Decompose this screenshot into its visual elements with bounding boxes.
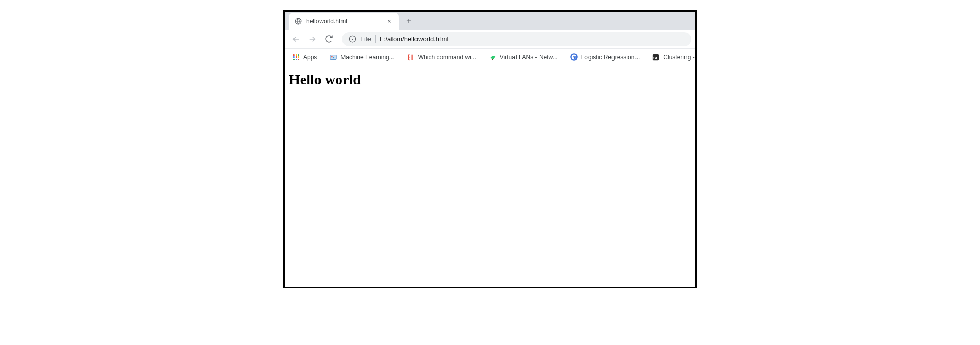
- apps-label: Apps: [303, 54, 317, 61]
- apps-icon: [292, 53, 300, 61]
- bookmark-item[interactable]: Machine Learning...: [326, 51, 397, 63]
- bookmark-item[interactable]: Which command wi...: [404, 51, 479, 63]
- new-tab-button[interactable]: [402, 14, 416, 28]
- reload-button[interactable]: [322, 32, 336, 46]
- bookmark-item[interactable]: SF Clustering - Data Sc...: [649, 51, 695, 63]
- forward-button[interactable]: [305, 32, 320, 46]
- browser-window: helloworld.html: [283, 10, 697, 288]
- bookmark-label: Machine Learning...: [340, 54, 394, 61]
- toolbar: File F:/atom/helloworld.html: [285, 30, 695, 49]
- globe-icon: [294, 17, 302, 26]
- apps-button[interactable]: Apps: [289, 51, 320, 63]
- bookmark-label: Clustering - Data Sc...: [663, 54, 695, 61]
- page-content: Hello world: [285, 65, 695, 287]
- browser-tab[interactable]: helloworld.html: [289, 13, 399, 30]
- address-prefix: File: [360, 35, 376, 43]
- tab-title: helloworld.html: [306, 18, 381, 25]
- bookmark-favicon-icon: SF: [652, 53, 660, 61]
- bookmark-item[interactable]: Logistic Regression...: [567, 51, 643, 63]
- svg-text:SF: SF: [653, 55, 658, 60]
- back-button[interactable]: [289, 32, 303, 46]
- bookmark-favicon-icon: [329, 53, 337, 61]
- bookmark-label: Virtual LANs - Netw...: [500, 54, 558, 61]
- address-bar[interactable]: File F:/atom/helloworld.html: [342, 32, 691, 46]
- close-icon[interactable]: [385, 17, 394, 26]
- bookmarks-bar: Apps Machine Learning... Which command w…: [285, 49, 695, 65]
- bookmark-item[interactable]: Virtual LANs - Netw...: [485, 51, 561, 63]
- bookmark-label: Logistic Regression...: [581, 54, 640, 61]
- svg-point-3: [331, 56, 333, 57]
- bookmark-favicon-icon: [407, 53, 415, 61]
- info-icon[interactable]: [348, 35, 356, 43]
- svg-point-4: [333, 57, 335, 58]
- bookmark-favicon-icon: [570, 53, 578, 61]
- bookmark-label: Which command wi...: [418, 54, 476, 61]
- page-heading: Hello world: [289, 71, 691, 88]
- tab-strip: helloworld.html: [285, 12, 695, 30]
- address-url: F:/atom/helloworld.html: [380, 35, 448, 43]
- bookmark-favicon-icon: [488, 53, 497, 61]
